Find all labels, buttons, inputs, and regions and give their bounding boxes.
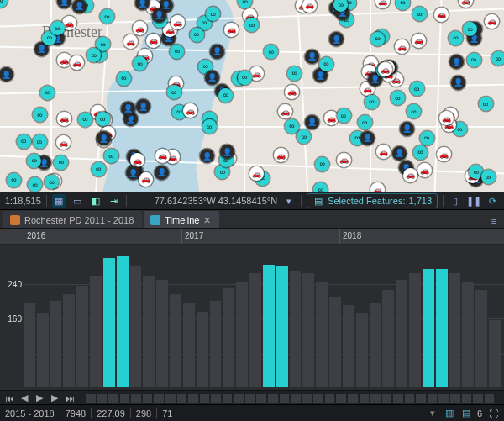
map-incident-pin[interactable]: ∞ (410, 82, 424, 96)
map-incident-pin[interactable]: 👤 (121, 102, 135, 116)
map-incident-pin[interactable]: 👤 (305, 50, 319, 64)
map-incident-pin[interactable]: 🚗 (285, 85, 299, 99)
map-incident-pin[interactable]: 🚗 (412, 34, 426, 48)
bar[interactable] (223, 288, 234, 387)
bar[interactable] (249, 273, 261, 387)
layers-icon[interactable]: ▤ (460, 408, 472, 419)
map-incident-pin[interactable]: ∞ (481, 170, 496, 184)
map-incident-pin[interactable]: 🚗 (155, 149, 170, 163)
map-incident-pin[interactable]: 👤 (210, 45, 224, 59)
map-incident-pin[interactable]: ∞ (244, 18, 259, 32)
map-view[interactable]: Rochester ∞∞👤∞∞🚗👤∞👤🚗👤∞👤∞👤∞🚗👤👤∞∞🚗👤🚗∞🚗∞🚗∞🚗… (0, 0, 504, 192)
map-incident-pin[interactable]: 🚗 (302, 0, 317, 13)
bar[interactable] (117, 256, 129, 387)
pause-icon[interactable]: ❚❚ (467, 194, 480, 208)
snapping-toggle[interactable]: ▦ (52, 194, 66, 208)
bar[interactable] (37, 313, 49, 387)
skip-forward-button[interactable]: ⏭ (64, 392, 76, 404)
map-incident-pin[interactable]: ∞ (407, 104, 421, 118)
bar[interactable] (236, 282, 248, 387)
map-incident-pin[interactable]: 🚗 (376, 145, 391, 159)
map-incident-pin[interactable]: 👤 (451, 76, 465, 90)
bar[interactable] (316, 282, 328, 387)
map-incident-pin[interactable]: 🚗 (417, 163, 432, 177)
bar[interactable] (183, 303, 195, 387)
map-incident-pin[interactable]: ∞ (7, 173, 21, 187)
map-incident-pin[interactable]: ∞ (285, 119, 299, 134)
bar[interactable] (409, 273, 421, 387)
map-incident-pin[interactable]: ∞ (479, 97, 493, 111)
map-incident-pin[interactable]: ∞ (33, 134, 47, 149)
map-incident-pin[interactable]: 🚗 (434, 8, 449, 22)
map-incident-pin[interactable]: ∞ (449, 31, 463, 45)
map-incident-pin[interactable]: 🚗 (278, 104, 292, 118)
filter-icon[interactable]: ▾ (427, 408, 438, 419)
skip-back-button[interactable]: ⏮ (3, 392, 15, 404)
map-incident-pin[interactable]: ∞ (202, 119, 217, 134)
map-incident-pin[interactable]: 🚗 (123, 34, 138, 49)
bar[interactable] (356, 313, 368, 387)
map-incident-pin[interactable]: 🚗 (437, 147, 451, 161)
bar[interactable] (143, 276, 155, 387)
map-incident-pin[interactable]: 👤 (392, 146, 407, 161)
map-incident-pin[interactable]: ∞ (413, 145, 428, 160)
map-incident-pin[interactable]: ∞ (391, 91, 405, 105)
map-incident-pin[interactable]: 👤 (400, 122, 414, 136)
map-incident-pin[interactable]: ∞ (17, 134, 31, 149)
map-incident-pin[interactable]: 🚗 (485, 14, 499, 29)
map-incident-pin[interactable]: 🚗 (395, 39, 409, 54)
map-incident-pin[interactable]: 🚗 (274, 148, 288, 162)
map-incident-pin[interactable]: ∞ (319, 57, 333, 71)
bar[interactable] (489, 320, 501, 387)
bar[interactable] (210, 301, 222, 387)
map-incident-pin[interactable]: ∞ (287, 66, 302, 81)
map-incident-pin[interactable]: 👤 (305, 115, 319, 129)
map-incident-pin[interactable]: ∞ (396, 0, 410, 10)
map-incident-pin[interactable]: ∞ (491, 51, 504, 66)
map-incident-pin[interactable]: 👤 (449, 55, 464, 69)
map-incident-pin[interactable]: ∞ (467, 53, 481, 67)
map-incident-pin[interactable]: ∞ (0, 0, 8, 8)
bar[interactable] (396, 280, 407, 387)
tab-rochester-pd[interactable]: Rochester PD 2011 - 2018 (3, 211, 142, 228)
map-incident-pin[interactable]: ∞ (40, 86, 55, 100)
map-incident-pin[interactable]: 👤 (329, 32, 344, 46)
map-incident-pin[interactable]: ∞ (297, 129, 311, 144)
panel-menu-button[interactable]: ≡ (487, 214, 501, 228)
map-incident-pin[interactable]: 👤 (97, 131, 111, 145)
map-incident-pin[interactable]: ∞ (100, 9, 114, 24)
map-incident-pin[interactable]: 👤 (72, 0, 87, 13)
timeline-year-axis[interactable]: 2016 2017 2018 (0, 229, 504, 245)
map-incident-pin[interactable]: ∞ (365, 95, 379, 109)
map-incident-pin[interactable]: ∞ (337, 108, 351, 123)
map-incident-pin[interactable]: ∞ (264, 45, 278, 59)
map-incident-pin[interactable]: 👤 (205, 71, 219, 85)
map-incident-pin[interactable]: 🚗 (70, 55, 84, 70)
map-incident-pin[interactable]: ∞ (33, 108, 47, 122)
chevron-down-icon[interactable]: ▾ (282, 194, 296, 208)
map-incident-pin[interactable]: ∞ (315, 157, 329, 171)
bar[interactable] (170, 294, 181, 387)
map-incident-pin[interactable]: 🚗 (57, 112, 71, 126)
bar[interactable] (290, 271, 302, 387)
map-incident-pin[interactable]: 🚗 (146, 34, 160, 48)
chart-icon[interactable]: ▥ (444, 408, 455, 419)
map-incident-pin[interactable]: ∞ (412, 7, 427, 21)
map-incident-pin[interactable]: 👤 (360, 131, 375, 145)
map-incident-pin[interactable]: ∞ (167, 85, 181, 99)
map-incident-pin[interactable]: 🚗 (224, 23, 239, 37)
map-incident-pin[interactable]: 🚗 (403, 168, 417, 182)
map-incident-pin[interactable]: 👤 (200, 149, 214, 163)
selected-features-chip[interactable]: ▤ Selected Features: 1,713 (307, 193, 438, 208)
map-incident-pin[interactable]: ∞ (27, 154, 41, 168)
bar[interactable] (382, 290, 394, 387)
bar[interactable] (449, 273, 461, 387)
bar[interactable] (156, 280, 168, 387)
map-incident-pin[interactable]: ∞ (358, 115, 372, 129)
map-incident-pin[interactable]: 👤 (0, 67, 13, 82)
map-incident-pin[interactable]: ∞ (78, 113, 92, 127)
map-coordinates[interactable]: 77.6142353°W 43.1458415°N (155, 196, 277, 206)
map-incident-pin[interactable]: ∞ (238, 0, 252, 8)
map-incident-pin[interactable]: 👤 (155, 166, 169, 180)
inference-toggle[interactable]: ◧ (89, 194, 102, 208)
